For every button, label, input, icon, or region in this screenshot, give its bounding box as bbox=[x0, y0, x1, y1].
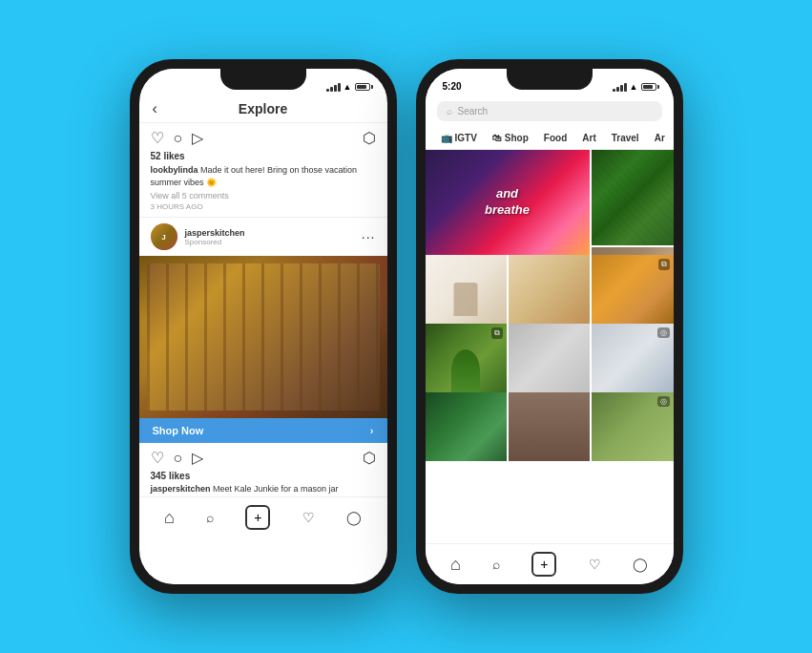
grid-item-trees[interactable] bbox=[426, 392, 507, 461]
grid-item-breathe[interactable]: andbreathe bbox=[426, 150, 590, 255]
bookmark-icon[interactable]: ⬡ bbox=[363, 129, 376, 147]
post2-heart-icon[interactable]: ♡ bbox=[151, 449, 164, 467]
grid-item-aerial[interactable] bbox=[592, 150, 674, 245]
tab-igtv[interactable]: 📺 IGTV bbox=[433, 127, 485, 149]
shop-now-arrow: › bbox=[370, 425, 374, 436]
avatar-img: J bbox=[151, 223, 177, 250]
post2-caption: jasperskitchen Meet Kale Junkie for a ma… bbox=[139, 484, 387, 496]
app-header-left: ‹ Explore bbox=[139, 95, 387, 123]
signal-bar-3 bbox=[334, 85, 337, 92]
nav-add-left[interactable]: + bbox=[245, 505, 270, 530]
phones-container: ▲ ‹ Explore ♡ ○ ▷ ⬡ bbox=[130, 59, 683, 594]
wifi-icon: ▲ bbox=[344, 82, 352, 92]
camera-icon: ◎ bbox=[657, 327, 670, 338]
heart-icon[interactable]: ♡ bbox=[151, 129, 164, 147]
nav-bar-left: ⌂ ⌕ + ♡ ◯ bbox=[139, 496, 387, 537]
more-options-icon[interactable]: ··· bbox=[362, 229, 376, 244]
signal-bar-r3 bbox=[620, 85, 623, 92]
grid-item-crowd[interactable]: ⧉ bbox=[592, 255, 673, 324]
shop-now-banner[interactable]: Shop Now › bbox=[139, 418, 387, 443]
post1-likes: 52 likes bbox=[139, 151, 387, 164]
grid-row2: ⧉ bbox=[426, 255, 674, 324]
tab-shop[interactable]: 🛍 Shop bbox=[485, 127, 536, 149]
grid-row3: ⧉ ◎ bbox=[426, 324, 674, 392]
comment-icon[interactable]: ○ bbox=[174, 130, 183, 147]
sponsored-post-image bbox=[139, 256, 387, 418]
wifi-icon-right: ▲ bbox=[630, 82, 638, 92]
nav-profile-left[interactable]: ◯ bbox=[346, 510, 362, 525]
share-icon[interactable]: ▷ bbox=[192, 129, 203, 147]
post2-icons-left: ♡ ○ ▷ bbox=[151, 449, 204, 467]
grid-item-person[interactable] bbox=[509, 392, 590, 461]
phone-left: ▲ ‹ Explore ♡ ○ ▷ ⬡ bbox=[130, 59, 397, 594]
grid-item-croissant[interactable] bbox=[509, 255, 590, 324]
art-tab-label: Art bbox=[582, 133, 595, 143]
grid-row4: ◎ bbox=[426, 392, 674, 461]
grid-item-coffee[interactable] bbox=[426, 255, 507, 324]
multi-photo-icon2: ⧉ bbox=[491, 327, 503, 339]
post1-caption: lookbylinda Made it out here! Bring on t… bbox=[139, 164, 387, 191]
post2-actions: ♡ ○ ▷ ⬡ bbox=[139, 443, 387, 471]
notch-right bbox=[507, 69, 593, 90]
nav-heart-left[interactable]: ♡ bbox=[302, 510, 315, 525]
nav-profile-right[interactable]: ◯ bbox=[633, 557, 648, 572]
signal-bar-r1 bbox=[613, 89, 615, 92]
post1-username[interactable]: lookbylinda bbox=[151, 165, 198, 175]
nav-search-left[interactable]: ⌕ bbox=[206, 510, 214, 525]
post2-likes: 345 likes bbox=[139, 471, 387, 484]
travel-tab-label: Travel bbox=[612, 133, 639, 143]
nav-search-right[interactable]: ⌕ bbox=[492, 557, 500, 572]
view-comments[interactable]: View all 5 comments bbox=[139, 191, 387, 202]
battery-icon-right bbox=[641, 83, 656, 91]
search-bar[interactable]: ⌕ Search bbox=[437, 101, 662, 121]
tab-art[interactable]: Art bbox=[574, 127, 603, 149]
notch-left bbox=[220, 69, 306, 90]
tab-travel[interactable]: Travel bbox=[604, 127, 647, 149]
status-icons-right: ▲ bbox=[613, 82, 656, 92]
sponsored-username[interactable]: jasperskitchen bbox=[185, 228, 245, 238]
phone-right-screen: 5:20 ▲ ⌕ bbox=[426, 69, 674, 584]
multi-photo-icon: ⧉ bbox=[658, 259, 670, 270]
shop-tab-label: Shop bbox=[505, 133, 529, 143]
sponsored-left: J jasperskitchen Sponsored bbox=[151, 223, 245, 250]
grid-item-skate[interactable]: ◎ bbox=[592, 392, 673, 461]
food-tab-label: Food bbox=[544, 133, 567, 143]
post2-bookmark-icon[interactable]: ⬡ bbox=[363, 449, 376, 467]
signal-bar-1 bbox=[326, 89, 329, 92]
shop-tab-icon: 🛍 bbox=[492, 133, 502, 143]
back-button[interactable]: ‹ bbox=[153, 100, 157, 117]
phone-right: 5:20 ▲ ⌕ bbox=[416, 59, 683, 594]
grid-row1: andbreathe 📺 IGTV bbox=[426, 150, 674, 255]
status-time-right: 5:20 bbox=[443, 81, 462, 92]
sponsored-info: jasperskitchen Sponsored bbox=[185, 228, 245, 246]
grid-row1-right: 📺 IGTV bbox=[592, 150, 674, 255]
sponsored-label: Sponsored bbox=[185, 238, 245, 246]
signal-icon bbox=[326, 83, 341, 92]
search-container: ⌕ Search bbox=[426, 95, 674, 127]
shop-now-label: Shop Now bbox=[153, 425, 204, 436]
sponsored-header: J jasperskitchen Sponsored ··· bbox=[139, 217, 387, 256]
signal-icon-right bbox=[613, 83, 627, 92]
nav-home-right[interactable]: ⌂ bbox=[450, 555, 461, 575]
signal-bar-4 bbox=[338, 83, 341, 92]
tab-food[interactable]: Food bbox=[536, 127, 574, 149]
post1-icons-left: ♡ ○ ▷ bbox=[151, 129, 204, 147]
signal-bar-r4 bbox=[624, 83, 627, 92]
nav-bar-right: ⌂ ⌕ + ♡ ◯ bbox=[426, 543, 674, 584]
tab-ar[interactable]: Ar bbox=[647, 127, 673, 149]
post2-share-icon[interactable]: ▷ bbox=[192, 449, 203, 467]
grid-item-stadium[interactable]: ◎ bbox=[592, 324, 673, 392]
post1-time: 3 HOURS AGO bbox=[139, 202, 387, 217]
post2-comment-icon[interactable]: ○ bbox=[174, 450, 183, 467]
nav-add-right[interactable]: + bbox=[531, 552, 556, 577]
avatar-sponsored[interactable]: J bbox=[151, 223, 177, 250]
igtv-tab-label: IGTV bbox=[455, 133, 477, 143]
phone-left-screen: ▲ ‹ Explore ♡ ○ ▷ ⬡ bbox=[139, 69, 387, 584]
search-icon: ⌕ bbox=[447, 106, 452, 116]
camera-icon2: ◎ bbox=[657, 396, 670, 407]
grid-item-dog[interactable] bbox=[509, 324, 590, 392]
post2-username[interactable]: jasperskitchen bbox=[151, 484, 211, 494]
nav-home-left[interactable]: ⌂ bbox=[164, 508, 175, 528]
grid-item-plant[interactable]: ⧉ bbox=[426, 324, 507, 392]
nav-heart-right[interactable]: ♡ bbox=[589, 557, 601, 572]
